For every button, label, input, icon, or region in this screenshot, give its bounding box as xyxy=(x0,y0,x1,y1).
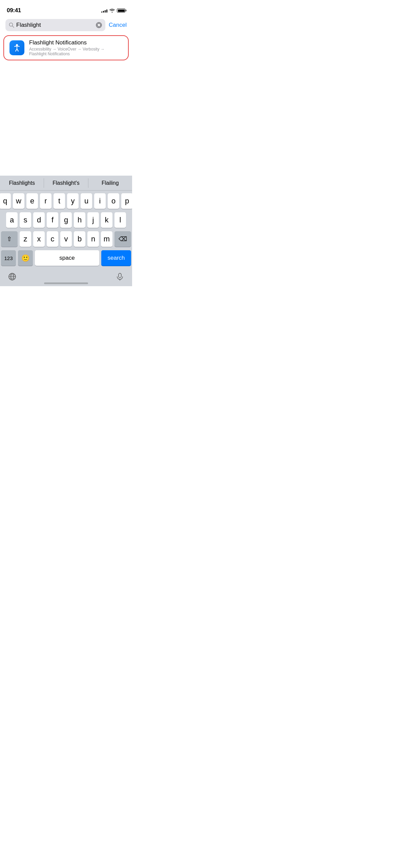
cancel-button[interactable]: Cancel xyxy=(109,22,127,28)
predictive-word-1[interactable]: Flashlights xyxy=(0,177,44,190)
result-text: Flashlight Notifications Accessibility →… xyxy=(29,39,123,56)
result-title: Flashlight Notifications xyxy=(29,39,123,46)
status-icons xyxy=(101,8,125,13)
search-bar-container: Flashlight ✕ Cancel xyxy=(0,16,132,34)
key-e[interactable]: e xyxy=(26,193,38,209)
delete-key[interactable]: ⌫ xyxy=(114,231,131,247)
key-v[interactable]: v xyxy=(60,231,72,247)
status-time: 09:41 xyxy=(7,7,21,14)
key-k[interactable]: k xyxy=(101,212,112,228)
emoji-key[interactable]: 🙂 xyxy=(18,250,33,266)
content-area xyxy=(0,62,132,177)
key-o[interactable]: o xyxy=(108,193,119,209)
search-icon xyxy=(9,22,14,28)
key-x[interactable]: x xyxy=(33,231,45,247)
key-s[interactable]: s xyxy=(20,212,31,228)
key-b[interactable]: b xyxy=(74,231,85,247)
key-t[interactable]: t xyxy=(54,193,65,209)
predictive-bar: Flashlights Flashlight's Flailing xyxy=(0,176,132,191)
key-g[interactable]: g xyxy=(60,212,72,228)
svg-rect-8 xyxy=(119,273,121,278)
search-input-wrapper[interactable]: Flashlight ✕ xyxy=(5,19,105,31)
key-p[interactable]: p xyxy=(121,193,132,209)
predictive-word-3[interactable]: Flailing xyxy=(88,177,132,190)
keyboard-row-1: q w e r t y u i o p xyxy=(1,193,131,209)
key-y[interactable]: y xyxy=(67,193,79,209)
key-l[interactable]: l xyxy=(114,212,126,228)
space-key[interactable]: space xyxy=(35,250,99,266)
wifi-icon xyxy=(109,8,115,13)
key-z[interactable]: z xyxy=(20,231,31,247)
accessibility-icon xyxy=(12,43,22,53)
key-n[interactable]: n xyxy=(87,231,99,247)
home-indicator xyxy=(44,282,88,284)
clear-button[interactable]: ✕ xyxy=(96,22,102,28)
search-result-item[interactable]: Flashlight Notifications Accessibility →… xyxy=(3,35,129,60)
predictive-word-2[interactable]: Flashlight's xyxy=(44,177,88,190)
key-r[interactable]: r xyxy=(40,193,51,209)
search-query[interactable]: Flashlight xyxy=(16,22,94,28)
shift-key[interactable]: ⇧ xyxy=(1,231,18,247)
keyboard-space-row: 123 🙂 space search xyxy=(1,250,131,266)
key-m[interactable]: m xyxy=(101,231,112,247)
microphone-icon[interactable] xyxy=(114,271,125,282)
key-c[interactable]: c xyxy=(47,231,58,247)
keyboard-row-3: ⇧ z x c v b n m ⌫ xyxy=(1,231,131,247)
svg-line-1 xyxy=(13,26,14,28)
key-f[interactable]: f xyxy=(47,212,58,228)
key-j[interactable]: j xyxy=(87,212,99,228)
key-h[interactable]: h xyxy=(74,212,85,228)
key-i[interactable]: i xyxy=(94,193,106,209)
status-bar: 09:41 xyxy=(0,0,132,16)
key-a[interactable]: a xyxy=(6,212,18,228)
key-u[interactable]: u xyxy=(81,193,92,209)
key-q[interactable]: q xyxy=(0,193,11,209)
keyboard: Flashlights Flashlight's Flailing q w e … xyxy=(0,176,132,286)
keyboard-row-2: a s d f g h j k l xyxy=(1,212,131,228)
signal-bars-icon xyxy=(101,8,107,13)
numbers-key[interactable]: 123 xyxy=(1,250,16,266)
result-breadcrumb: Accessibility → VoiceOver → Verbosity → … xyxy=(29,47,123,56)
keyboard-rows: q w e r t y u i o p a s d f g h j k l ⇧ … xyxy=(0,191,132,269)
search-key[interactable]: search xyxy=(101,250,131,266)
key-d[interactable]: d xyxy=(33,212,45,228)
battery-icon xyxy=(117,8,125,13)
accessibility-app-icon xyxy=(9,40,24,55)
globe-icon[interactable] xyxy=(7,271,18,282)
key-w[interactable]: w xyxy=(13,193,24,209)
